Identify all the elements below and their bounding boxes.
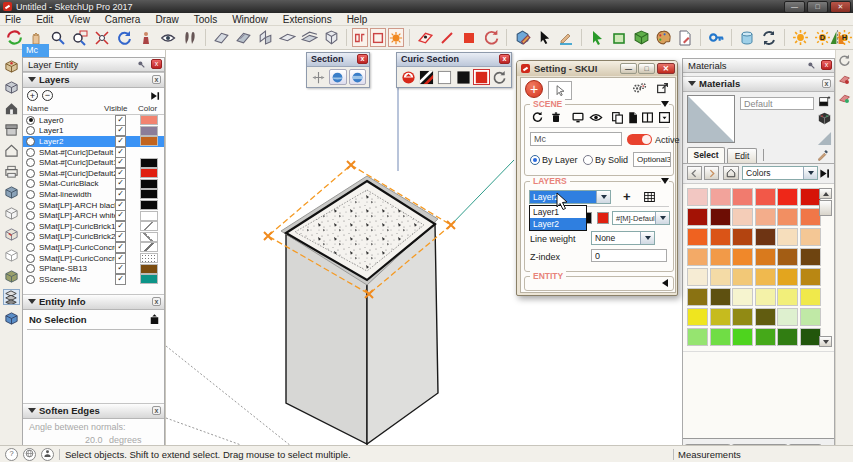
red-fill-icon[interactable]: [473, 69, 489, 85]
layer-visible-checkbox[interactable]: ✓: [115, 178, 126, 189]
layer-active-radio[interactable]: [26, 243, 35, 252]
display-section-cuts-toggle-icon[interactable]: [349, 69, 366, 85]
document-edit-icon[interactable]: [675, 28, 695, 48]
zoom-window-icon[interactable]: [70, 28, 90, 48]
add-circle-button[interactable]: +: [525, 80, 543, 98]
layer-active-radio[interactable]: [26, 158, 35, 167]
table-row[interactable]: SMat-linewidth ✓: [23, 189, 164, 200]
color-swatch[interactable]: [800, 268, 821, 286]
layer-color-swatch[interactable]: [140, 158, 158, 168]
color-swatch[interactable]: [687, 228, 708, 246]
color-swatch[interactable]: [710, 288, 731, 306]
color-swatch[interactable]: [755, 268, 776, 286]
color-swatch[interactable]: [777, 268, 798, 286]
trash-icon[interactable]: [550, 111, 562, 124]
cube-back-icon[interactable]: [3, 226, 20, 242]
table-row[interactable]: SMat[LP]-ARCH black ✓: [23, 200, 164, 211]
by-solid-radio[interactable]: [583, 155, 593, 165]
color-swatch[interactable]: [710, 308, 731, 326]
layer-active-radio[interactable]: [26, 116, 35, 125]
layer-visible-checkbox[interactable]: ✓: [115, 242, 126, 253]
edit-box-icon[interactable]: [512, 28, 532, 48]
color-swatch[interactable]: [777, 208, 798, 226]
scroll-down-icon[interactable]: [819, 336, 832, 347]
color-swatch[interactable]: [710, 248, 731, 266]
color-swatch[interactable]: [800, 328, 821, 346]
layer-visible-checkbox[interactable]: ✓: [115, 210, 126, 221]
menu-item[interactable]: Edit: [36, 14, 53, 25]
color-swatch[interactable]: [710, 328, 731, 346]
soften-edges-header[interactable]: Soften Edges x: [23, 403, 164, 419]
layer-visible-checkbox[interactable]: ✓: [115, 221, 126, 232]
layer-color-swatch[interactable]: [140, 242, 158, 252]
close-section-icon[interactable]: x: [152, 297, 161, 306]
color-swatch[interactable]: [755, 288, 776, 306]
color-swatch[interactable]: [777, 308, 798, 326]
cube-blue-gray-icon[interactable]: [3, 184, 20, 200]
close-button[interactable]: ✕: [830, 1, 851, 13]
color-swatch[interactable]: [755, 228, 776, 246]
detail-arrow-icon[interactable]: [819, 168, 830, 179]
remove-layer-button[interactable]: −: [42, 90, 53, 101]
section-solid-2-icon[interactable]: [299, 28, 319, 48]
table-row[interactable]: SMat[LP]-ARCH white ✓: [23, 210, 164, 221]
credit-person-icon[interactable]: [41, 448, 54, 461]
chevron-down-icon[interactable]: [596, 191, 610, 203]
menu-item[interactable]: View: [68, 14, 90, 25]
add-layer-button[interactable]: +: [27, 90, 38, 101]
color-swatch[interactable]: [755, 188, 776, 206]
scene-name-input[interactable]: [530, 132, 622, 146]
color-swatch[interactable]: [732, 328, 753, 346]
pin-icon[interactable]: [807, 61, 816, 70]
columns-icon[interactable]: [641, 111, 654, 124]
section-cut-icon[interactable]: [255, 28, 275, 48]
display-section-planes-icon[interactable]: [352, 28, 368, 47]
close-button[interactable]: ✕: [657, 63, 675, 74]
layer-visible-checkbox[interactable]: ✓: [115, 125, 126, 136]
table-row[interactable]: Layer0 ✓: [23, 115, 164, 126]
curic-section-fill-icon[interactable]: [459, 28, 479, 48]
forward-arrow-icon[interactable]: [704, 166, 719, 180]
green-rect-icon[interactable]: [609, 28, 629, 48]
grid-icon[interactable]: [643, 191, 656, 203]
layer-visible-checkbox[interactable]: ✓: [115, 115, 126, 126]
color-swatch[interactable]: [710, 188, 731, 206]
display-section-planes-toggle-icon[interactable]: [329, 69, 346, 85]
layers-section-header[interactable]: Layers x: [23, 72, 164, 88]
layer-visible-checkbox[interactable]: ✓: [115, 274, 126, 285]
section-solid-1-icon[interactable]: [277, 28, 297, 48]
color-swatch[interactable]: [755, 328, 776, 346]
color-swatch[interactable]: [732, 308, 753, 326]
color-swatch[interactable]: [687, 328, 708, 346]
curic-section-plane-icon[interactable]: [415, 28, 435, 48]
database-icon[interactable]: [737, 28, 757, 48]
section-solid-3-icon[interactable]: [321, 28, 341, 48]
curic-section-rotate-icon[interactable]: [481, 28, 501, 48]
layer-visible-checkbox[interactable]: ✓: [115, 189, 126, 200]
home-icon[interactable]: [723, 166, 739, 180]
curic-rotate-plane-icon[interactable]: [400, 69, 416, 85]
layer-visible-checkbox[interactable]: ✓: [115, 147, 126, 158]
copy-icon[interactable]: [611, 111, 624, 124]
create-material-icon[interactable]: [818, 96, 831, 109]
color-swatch[interactable]: [710, 268, 731, 286]
layer-active-radio[interactable]: [26, 254, 35, 263]
entity-info-header[interactable]: Entity Info x: [23, 294, 164, 310]
layer-active-radio[interactable]: [26, 232, 35, 241]
layer-color-swatch[interactable]: [140, 136, 158, 146]
menu-item[interactable]: Draw: [155, 14, 178, 25]
close-section-icon[interactable]: x: [152, 406, 161, 415]
section-fill-icon[interactable]: [233, 28, 253, 48]
red-tool-icon-2[interactable]: [838, 92, 851, 105]
help-icon[interactable]: ?: [5, 448, 18, 461]
paste-icon[interactable]: [626, 111, 639, 124]
color-swatch[interactable]: [732, 208, 753, 226]
layers-cube-icon[interactable]: [3, 289, 20, 305]
color-swatch[interactable]: [800, 208, 821, 226]
menu-item[interactable]: File: [5, 14, 21, 25]
white-fill-icon[interactable]: [437, 69, 453, 85]
table-row[interactable]: SScene-Mc ✓: [23, 274, 164, 285]
color-swatch[interactable]: [732, 248, 753, 266]
printer-icon[interactable]: [3, 163, 20, 179]
layer-color-swatch[interactable]: [140, 168, 158, 178]
